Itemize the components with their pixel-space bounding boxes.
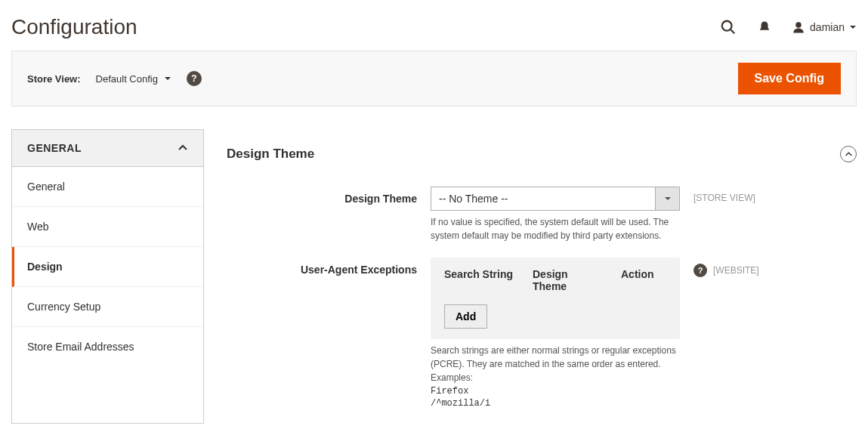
sidebar-item-store-email[interactable]: Store Email Addresses xyxy=(12,327,203,366)
svg-point-2 xyxy=(795,22,802,28)
ua-exceptions-table: Search String Design Theme Action Add xyxy=(431,258,680,339)
help-icon[interactable]: ? xyxy=(693,264,707,277)
chevron-down-icon xyxy=(655,187,679,210)
ua-example-1: Firefox xyxy=(431,386,680,397)
chevron-down-icon xyxy=(849,23,857,31)
ua-exceptions-label: User-Agent Exceptions xyxy=(227,258,431,276)
sidebar: GENERAL General Web Design Currency Setu… xyxy=(11,129,204,424)
page-title: Configuration xyxy=(11,15,137,39)
sidebar-item-web[interactable]: Web xyxy=(12,207,203,247)
design-theme-select[interactable]: -- No Theme -- xyxy=(431,187,680,211)
search-icon[interactable] xyxy=(719,18,737,36)
add-button[interactable]: Add xyxy=(444,304,487,329)
ua-col-action-header: Action xyxy=(621,268,666,292)
store-view-selector[interactable]: Default Config xyxy=(96,73,171,85)
store-view-label: Store View: xyxy=(27,73,81,85)
help-icon[interactable]: ? xyxy=(187,71,202,86)
user-name: damian xyxy=(810,21,845,33)
ua-col-search-header: Search String xyxy=(444,268,514,292)
svg-point-0 xyxy=(722,21,732,31)
ua-col-theme-header: Design Theme xyxy=(533,268,603,292)
svg-line-1 xyxy=(731,29,735,34)
design-theme-value: -- No Theme -- xyxy=(431,187,655,210)
sidebar-item-design[interactable]: Design xyxy=(12,247,203,287)
section-title: Design Theme xyxy=(227,147,314,162)
sidebar-group-title: GENERAL xyxy=(27,142,82,154)
sidebar-group-general[interactable]: GENERAL xyxy=(12,130,203,167)
ua-exceptions-scope: [WEBSITE] xyxy=(713,265,759,276)
design-theme-help: If no value is specified, the system def… xyxy=(431,215,680,242)
chevron-up-icon xyxy=(178,143,188,153)
user-icon xyxy=(792,20,805,34)
notifications-icon[interactable] xyxy=(755,18,774,36)
store-view-value: Default Config xyxy=(96,73,158,85)
save-config-button[interactable]: Save Config xyxy=(738,63,841,94)
user-menu[interactable]: damian xyxy=(792,20,857,34)
caret-down-icon xyxy=(164,75,171,82)
ua-exceptions-help: Search strings are either normal strings… xyxy=(431,344,680,384)
ua-example-2: /^mozilla/i xyxy=(431,398,680,409)
design-theme-label: Design Theme xyxy=(227,187,431,205)
sidebar-item-general[interactable]: General xyxy=(12,167,203,207)
section-header-design-theme[interactable]: Design Theme xyxy=(227,146,857,171)
collapse-icon[interactable] xyxy=(840,146,857,162)
sidebar-item-currency-setup[interactable]: Currency Setup xyxy=(12,287,203,327)
design-theme-scope: [STORE VIEW] xyxy=(693,193,755,203)
